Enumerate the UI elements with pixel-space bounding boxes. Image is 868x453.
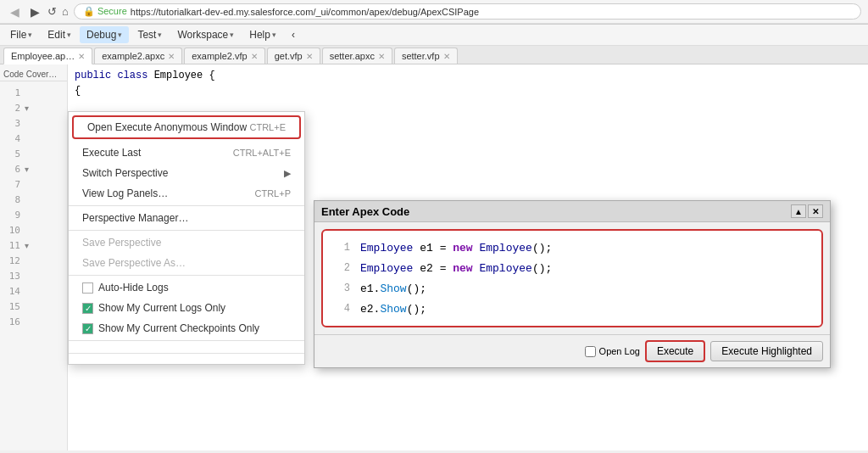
divider (69, 205, 304, 206)
tab-setter-apxc[interactable]: setter.apxc ✕ (322, 48, 392, 64)
menu-perspective-manager[interactable]: Perspective Manager… (69, 208, 304, 228)
open-log-checkbox[interactable] (585, 346, 596, 357)
tab-close-icon[interactable]: ✕ (168, 52, 175, 61)
chevron-icon: ▾ (118, 31, 122, 39)
tabs-bar: Employee.ap… ✕ example2.apxc ✕ example2.… (0, 46, 868, 64)
line-row: 10 (0, 222, 67, 238)
menu-bar: File ▾ Edit ▾ Debug ▾ Test ▾ Workspace ▾… (0, 25, 868, 46)
open-log-label: Open Log (599, 346, 640, 356)
chevron-icon: ▾ (158, 31, 162, 39)
execute-button[interactable]: Execute (645, 340, 705, 362)
code-line: { (68, 83, 868, 98)
line-row: 9 (0, 207, 67, 222)
tab-example2-apxc[interactable]: example2.apxc ✕ (94, 48, 182, 64)
menu-file[interactable]: File ▾ (3, 26, 39, 43)
tab-label: example2.apxc (102, 51, 164, 61)
menu-save-perspective: Save Perspective (69, 232, 304, 253)
menu-show-checkpoints[interactable]: ✓ Show My Current Checkpoints Only (69, 318, 304, 338)
dialog-maximize-button[interactable]: ▲ (791, 204, 806, 218)
dialog-controls: ▲ ✕ (791, 204, 823, 218)
code-sidebar: Code Cover… 1 2▾ 3 4 5 6▾ 7 8 9 10 11▾ 1… (0, 64, 68, 450)
url-text: https://tutorialkart-dev-ed.my.salesforc… (131, 7, 479, 17)
apex-code-line: 3 e1.Show(); (330, 278, 815, 299)
menu-workspace[interactable]: Workspace ▾ (170, 26, 241, 43)
menu-show-current-logs[interactable]: ✓ Show My Current Logs Only (69, 298, 304, 318)
line-row: 12 (0, 253, 67, 268)
tab-label: setter.apxc (330, 51, 375, 61)
chevron-icon: ▾ (28, 31, 32, 39)
code-line: public class Employee { (68, 68, 868, 83)
line-row: 1 (0, 85, 67, 100)
line-row: 3 (0, 115, 67, 131)
menu-test[interactable]: Test ▾ (131, 26, 169, 43)
line-row: 8 (0, 192, 67, 207)
shortcut-text: CTRL+P (255, 188, 292, 199)
tab-get-vfp[interactable]: get.vfp ✕ (267, 48, 320, 64)
apex-dialog-titlebar: Enter Apex Code ▲ ✕ (314, 201, 830, 222)
checkbox-current-logs[interactable]: ✓ (82, 303, 93, 314)
open-log-checkbox-container: Open Log (585, 346, 640, 357)
arrow-icon: ▶ (284, 168, 291, 179)
apex-code-editor[interactable]: 1 Employee e1 = new Employee(); 2 Employ… (321, 229, 823, 327)
apex-dialog: Enter Apex Code ▲ ✕ 1 Employee e1 = new … (314, 200, 831, 368)
line-row: 14 (0, 283, 67, 299)
code-area: Code Cover… 1 2▾ 3 4 5 6▾ 7 8 9 10 11▾ 1… (0, 64, 868, 450)
browser-chrome: ◀ ▶ ↺ ⌂ 🔒 Secure https://tutorialkart-de… (0, 0, 868, 25)
menu-clear[interactable] (69, 343, 304, 351)
tab-close-icon[interactable]: ✕ (443, 52, 450, 61)
menu-expand[interactable]: ‹ (285, 26, 302, 43)
tab-label: setter.vfp (402, 51, 440, 61)
dialog-close-button[interactable]: ✕ (808, 204, 823, 218)
menu-view-log-panels[interactable]: View Log Panels… CTRL+P (69, 183, 304, 204)
shortcut-text: CTRL+E (250, 122, 287, 132)
tab-example2-vfp[interactable]: example2.vfp ✕ (184, 48, 264, 64)
apex-code-line: 2 Employee e2 = new Employee(); (330, 258, 815, 278)
secure-icon: 🔒 Secure (83, 6, 127, 17)
address-bar[interactable]: 🔒 Secure https://tutorialkart-dev-ed.my.… (74, 3, 861, 20)
divider (69, 353, 304, 354)
checkbox-auto-hide[interactable] (82, 282, 93, 294)
tab-label: example2.vfp (192, 51, 247, 61)
menu-execute-last[interactable]: Execute Last CTRL+ALT+E (69, 143, 304, 163)
line-row: 11▾ (0, 238, 67, 253)
home-button[interactable]: ⌂ (62, 5, 69, 18)
browser-toolbar: ◀ ▶ ↺ ⌂ 🔒 Secure https://tutorialkart-de… (0, 0, 868, 24)
forward-button[interactable]: ▶ (27, 4, 42, 20)
line-row: 15 (0, 299, 67, 314)
menu-auto-hide-logs[interactable]: Auto-Hide Logs (69, 277, 304, 298)
menu-help[interactable]: Help ▾ (242, 26, 283, 43)
checkbox-checkpoints[interactable]: ✓ (82, 323, 93, 334)
tab-close-icon[interactable]: ✕ (378, 52, 385, 61)
tab-close-icon[interactable]: ✕ (78, 52, 85, 61)
menu-edit[interactable]: Edit ▾ (41, 26, 78, 43)
line-row: 5 (0, 146, 67, 161)
back-button[interactable]: ◀ (7, 4, 22, 20)
reload-button[interactable]: ↺ (47, 5, 57, 18)
tab-label: Employee.ap… (11, 51, 75, 61)
execute-highlighted-button[interactable]: Execute Highlighted (710, 341, 823, 361)
tab-setter-vfp[interactable]: setter.vfp ✕ (394, 48, 458, 64)
line-row: 2▾ (0, 100, 67, 115)
menu-save-perspective-as: Save Perspective As… (69, 253, 304, 273)
salesforce-app: File ▾ Edit ▾ Debug ▾ Test ▾ Workspace ▾… (0, 25, 868, 450)
divider (69, 275, 304, 276)
divider (69, 340, 304, 341)
tab-close-icon[interactable]: ✕ (251, 52, 258, 61)
chevron-icon: ▾ (272, 31, 276, 39)
line-row: 7 (0, 176, 67, 192)
line-row: 6▾ (0, 161, 67, 176)
code-coverage-label: Code Cover… (0, 68, 67, 81)
tab-employee[interactable]: Employee.ap… ✕ (3, 48, 92, 64)
tab-close-icon[interactable]: ✕ (306, 52, 313, 61)
line-row: 13 (0, 268, 67, 283)
menu-change-log-levels[interactable] (69, 355, 304, 364)
shortcut-text: CTRL+ALT+E (233, 148, 291, 158)
apex-code-line: 1 Employee e1 = new Employee(); (330, 238, 815, 258)
line-row: 16 (0, 314, 67, 329)
menu-open-exec-anonymous[interactable]: Open Execute Anonymous Window CTRL+E (74, 117, 299, 137)
menu-debug[interactable]: Debug ▾ (80, 26, 129, 43)
chevron-icon: ▾ (67, 31, 71, 39)
menu-switch-perspective[interactable]: Switch Perspective ▶ (69, 163, 304, 183)
apex-dialog-footer: Open Log Execute Execute Highlighted (314, 334, 830, 367)
line-row: 4 (0, 131, 67, 146)
